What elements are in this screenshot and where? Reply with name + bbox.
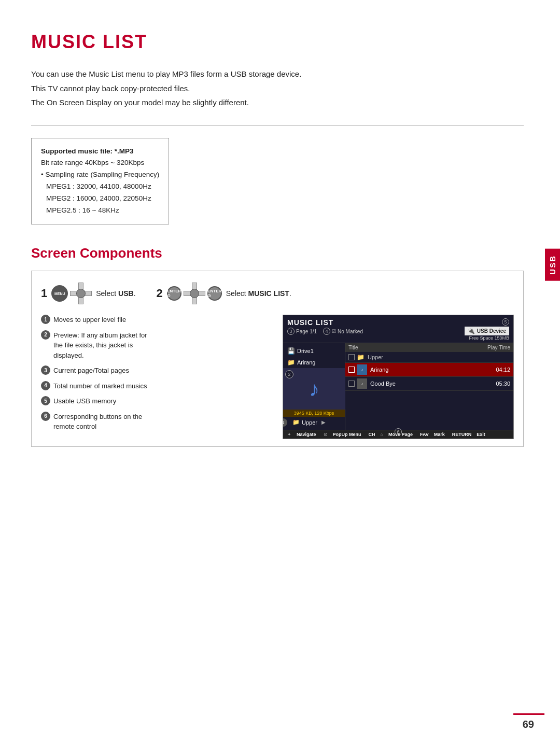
bullet-num-1: 1 <box>41 315 50 324</box>
step2-remote: ENTER⊙ ENTER⊙ <box>167 283 222 304</box>
tv-screen: MUSIC LIST 3 Page 1/1 4 ☑ No Mar <box>283 315 514 439</box>
footer-navigate: Navigate <box>297 432 316 437</box>
item-time-arirang: 04:12 <box>484 367 510 373</box>
info-mpeg2: MPEG2 : 16000, 24000, 22050Hz <box>41 193 159 205</box>
desc-line3: The On Screen Display on your model may … <box>31 96 524 109</box>
callout-4-icon: 4 ☑ No Marked <box>323 328 363 335</box>
bullet-num-4: 4 <box>41 381 50 390</box>
callout-3-icon: 3 Page 1/1 <box>287 328 317 335</box>
bullet-text-1: Moves to upper level file <box>53 315 126 325</box>
bullet-num-3: 3 <box>41 365 50 375</box>
desc-line1: You can use the Music List menu to play … <box>31 67 524 81</box>
bullet-4: 4 Total number of marked musics <box>41 381 155 391</box>
tv-title-text: MUSIC LIST <box>287 318 363 327</box>
callout-6-marker: 6 <box>395 428 402 435</box>
callout-1-marker: 1 <box>283 418 287 427</box>
tv-page-info: Page 1/1 <box>296 329 317 334</box>
tv-list-header: Title Play Time <box>345 343 513 352</box>
bullet-text-6: Corresponding buttons on the remote cont… <box>53 412 155 432</box>
dpad-icon <box>70 283 92 304</box>
tv-drive-item: 💾 Drive1 <box>283 345 345 357</box>
folder-bottom-icon: 📁 <box>292 419 300 426</box>
item-name-arirang: Arirang <box>370 367 484 373</box>
info-bitrate: Bit rate range 40Kbps ~ 320Kbps <box>41 157 159 169</box>
footer-return: RETURN <box>452 432 472 437</box>
info-label: Supported music file: *.MP3 <box>41 147 134 155</box>
bullet-6: 6 Corresponding buttons on the remote co… <box>41 412 155 432</box>
footer-ch: CH <box>369 432 375 437</box>
tv-footer: 6 ✦ Navigate ⊙ PopUp Menu CH ⌂ Move Page… <box>283 430 513 439</box>
item-time-goodbye: 05:30 <box>484 381 510 387</box>
description-block: You can use the Music List menu to play … <box>31 67 524 109</box>
callout-2-marker: 2 <box>285 370 293 378</box>
bullet-1: 1 Moves to upper level file <box>41 315 155 325</box>
info-box: Supported music file: *.MP3 Bit rate ran… <box>31 138 169 225</box>
folder-icon: 📁 <box>287 359 295 366</box>
bullet-num-6: 6 <box>41 412 50 421</box>
menu-button-icon: MENU <box>51 285 68 302</box>
tv-body: 💾 Drive1 📁 Arirang 2 ♪ <box>283 343 513 430</box>
usb-icon: 🔌 <box>468 328 475 334</box>
item-name-goodbye: Good Bye <box>370 381 484 387</box>
bullet-num-5: 5 <box>41 396 50 405</box>
step2-number: 2 <box>157 288 163 299</box>
footer-exit: Exit <box>477 432 485 437</box>
col-time-header: Play Time <box>479 345 510 350</box>
step1-remote: MENU <box>51 283 92 304</box>
bullet-text-4: Total number of marked musics <box>53 381 147 391</box>
page-title: MUSIC LIST <box>31 31 524 53</box>
footer-ch-icon: ⌂ <box>381 432 383 437</box>
info-mpeg1: MPEG1 : 32000, 44100, 48000Hz <box>41 181 159 193</box>
preview-area: 2 ♪ <box>283 368 345 410</box>
tv-sub-info: 3 Page 1/1 4 ☑ No Marked <box>287 328 363 335</box>
usb-device-label: USB Device <box>477 328 506 334</box>
section-title: Screen Components <box>31 245 524 261</box>
step-row: 1 MENU Select USB. <box>41 283 514 304</box>
diagram-container: 1 MENU Select USB. <box>31 271 524 447</box>
drive-icon: 💾 <box>287 347 295 355</box>
bottom-line-decoration <box>513 713 544 715</box>
item-checkbox-arirang <box>348 367 355 373</box>
step1-item: 1 MENU Select USB. <box>41 283 136 304</box>
tv-folder-label: Arirang <box>297 359 315 365</box>
footer-mark: Mark <box>434 432 445 437</box>
usb-tab: USB <box>545 249 560 281</box>
section-divider <box>31 125 524 125</box>
tv-header: MUSIC LIST 3 Page 1/1 4 ☑ No Mar <box>283 315 513 343</box>
bullet-text-2: Preview: If any album jacket for the fil… <box>53 330 155 361</box>
bullets-panel: 1 Moves to upper level file 2 Preview: I… <box>41 315 155 439</box>
folder-up-icon: 📁 <box>357 354 365 361</box>
usb-icon-box: 🔌 USB Device <box>465 327 509 335</box>
footer-popup: PopUp Menu <box>333 432 361 437</box>
list-item-arirang: ♪ Arirang 04:12 <box>345 363 513 377</box>
step1-number: 1 <box>41 288 47 299</box>
tv-folder-item: 📁 Arirang <box>283 357 345 368</box>
step1-label: Select USB. <box>96 289 135 298</box>
desc-line2: This TV cannot play back copy-protected … <box>31 82 524 95</box>
bullet-text-5: Usable USB memory <box>53 396 116 406</box>
tv-right-panel: Title Play Time 📁 Upper <box>345 343 513 430</box>
tv-usb-device: 5 🔌 USB Device Free Space 150MB <box>465 318 509 341</box>
info-mpeg25: MPEG2.5 : 16 ~ 48KHz <box>41 205 159 217</box>
list-item-goodbye: ♪ Good Bye 05:30 <box>345 377 513 391</box>
step2-item: 2 ENTER⊙ ENTER⊙ Select <box>157 283 291 304</box>
page-number: 69 <box>523 719 534 730</box>
footer-popup-icon: ⊙ <box>324 432 328 437</box>
tv-folder-bottom-label: Upper <box>302 419 317 426</box>
item-thumb-goodbye: ♪ <box>357 378 367 389</box>
step2-label: Select MUSIC LIST. <box>226 289 291 298</box>
footer-nav-icon: ✦ <box>287 432 291 437</box>
bullet-3: 3 Current page/Total pages <box>41 365 155 376</box>
diagram-body: 1 Moves to upper level file 2 Preview: I… <box>41 315 514 439</box>
list-item-upper: 📁 Upper <box>345 352 513 363</box>
arrow-icon: ▶ <box>321 419 326 425</box>
bullet-2: 2 Preview: If any album jacket for the f… <box>41 330 155 361</box>
preview-info: 3945 KB, 128 Kbps <box>283 410 345 417</box>
free-space-label: Free Space 150MB <box>465 335 509 341</box>
tv-no-marked: No Marked <box>338 329 363 334</box>
bullet-num-2: 2 <box>41 330 50 340</box>
col-title-header: Title <box>348 345 479 350</box>
dpad2-icon <box>184 283 205 304</box>
music-note-icon: ♪ <box>309 377 319 401</box>
item-checkbox-goodbye <box>348 381 355 387</box>
